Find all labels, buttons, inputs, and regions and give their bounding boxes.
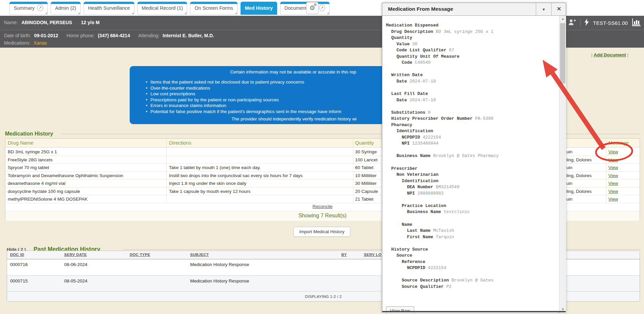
col-serv-date[interactable]: SERV DATE	[64, 253, 87, 257]
field-value: 2024-07-18	[407, 98, 436, 103]
cell-drug-name: FreeStyle 28G lancets	[8, 157, 53, 162]
tab-med-history[interactable]: Med History	[241, 2, 277, 15]
col-doc-type[interactable]: DOC TYPE	[130, 253, 150, 257]
col-quantity: Quantity	[355, 140, 374, 146]
view-message-link[interactable]: View	[608, 165, 618, 170]
field-value: 30	[410, 42, 417, 47]
tab-health-surveillance[interactable]: Health Surveillance	[84, 2, 134, 15]
chart-icon[interactable]	[632, 18, 641, 28]
tab-admin-2[interactable]: Admin (2)	[51, 2, 81, 15]
col-subject[interactable]: SUBJECT	[190, 253, 209, 257]
message-line: Substitutions 0	[386, 110, 499, 116]
view-message-link[interactable]: View	[608, 197, 618, 202]
field-label: NCPDPID	[386, 135, 420, 140]
field-label: Name	[386, 222, 412, 227]
pipe: |	[591, 52, 593, 57]
cell-by-fragment: ling, Dolores	[566, 189, 592, 194]
tab-label: Admin (2)	[55, 5, 76, 11]
med-history-title: Medication History	[5, 131, 53, 137]
cell-serv-date: 08-05-2024	[64, 278, 87, 283]
col-by[interactable]: BY	[341, 253, 347, 257]
col-doc-id[interactable]: DOC ID	[10, 253, 24, 257]
modal-close-button[interactable]: ✕	[551, 3, 566, 16]
close-icon: ✕	[557, 6, 561, 12]
field-label: Source Description	[386, 278, 449, 283]
field-label: Code	[386, 60, 412, 65]
field-value: BD 3mL syringe 25G x 1	[433, 29, 493, 34]
cell-quantity: 10 Milliliter	[355, 173, 377, 178]
cell-drug-name: methylPREDNISolone 4 MG DOSEPAK	[8, 197, 88, 202]
scroll-up-icon[interactable]: ▲	[559, 16, 566, 22]
modal-title: Medication From Message	[388, 6, 453, 12]
message-line: Name	[386, 222, 499, 228]
tab-medical-record-1[interactable]: Medical Record (1)	[137, 2, 187, 15]
message-line	[386, 271, 499, 278]
medication-from-message-modal: Medication From Message ▼ ✕ Medication D…	[382, 3, 566, 313]
view-message-link[interactable]: View	[608, 189, 618, 194]
lightning-icon[interactable]	[585, 18, 589, 27]
add-document-row: | Add Document |	[591, 52, 629, 57]
message-line: Quantity Unit Of Measure	[386, 54, 499, 60]
scrollbar-thumb[interactable]	[560, 23, 565, 84]
modal-scrollbar[interactable]: ▲ ▼	[559, 16, 566, 313]
modal-body: Medication Dispensed Drug Description BD…	[382, 16, 558, 313]
tab-on-screen-forms[interactable]: On Screen Forms	[190, 2, 237, 15]
view-message-link[interactable]: View	[608, 157, 618, 162]
notice-bullet: Errors in insurance claims information	[146, 103, 341, 108]
import-medical-history-button[interactable]: Import Medical History	[293, 227, 350, 237]
field-value: Tarquin	[433, 234, 454, 240]
cell-drug-name: BD 3mL syringe 25G x 1	[8, 149, 57, 154]
field-label: DEA Number	[386, 185, 433, 190]
cell-directions: Take 1 tablet by mouth 1 (one) time each…	[169, 165, 261, 170]
message-line: History Source	[386, 247, 499, 253]
reconcile-link[interactable]: Reconcile	[312, 204, 332, 209]
popout-icon[interactable]: ↗	[37, 5, 43, 11]
dob-value: 09-01-2012	[34, 33, 58, 38]
message-line	[386, 147, 499, 153]
cell-drug-name: Tobramycin and Dexamethasone Ophthalmic …	[8, 173, 123, 178]
popout-icon[interactable]: ↗	[319, 5, 325, 11]
settings-gear-button[interactable]: ⚙ ⚙	[306, 2, 318, 14]
add-user-icon[interactable]	[568, 19, 576, 27]
view-message-link[interactable]: View	[608, 149, 618, 154]
home-phone-value: (347) 684-4214	[98, 33, 130, 38]
tab-summary[interactable]: Summary↗	[9, 2, 48, 15]
message-line: Business Name Brooklyn @ Gates Pharmacy	[386, 153, 499, 159]
modal-collapse-button[interactable]: ▼	[536, 3, 551, 16]
tab-label: On Screen Forms	[195, 5, 233, 11]
field-value: Brooklyn @ Gates	[449, 278, 493, 283]
patient-age-sex: 12 y/o M	[81, 20, 99, 25]
message-line: NCPDPID 4222154	[386, 135, 499, 141]
cell-by-fragment: ling, Dolores	[566, 173, 592, 178]
tab-documents-4[interactable]: Documents (4)↗	[280, 2, 330, 15]
message-line: NPI 2888888882	[386, 191, 499, 197]
cell-quantity: 20 Capsule	[355, 189, 378, 194]
message-line	[386, 159, 499, 166]
field-label: Written Date	[386, 72, 423, 77]
modal-header[interactable]: Medication From Message ▼ ✕	[382, 3, 566, 16]
cell-serv-date: 08-06-2024	[64, 262, 87, 267]
message-line: Date 2024-07-18	[386, 78, 499, 85]
tab-label: Health Surveillance	[88, 5, 130, 11]
cell-subject: Medication History Response	[190, 262, 249, 267]
tabs: Summary↗Admin (2)Health SurveillanceMedi…	[9, 2, 330, 15]
col-message: Message	[608, 140, 629, 146]
message-line: First Name Tarquin	[386, 234, 499, 241]
dob-label: Date of birth:	[4, 33, 31, 38]
message-line: DEA Number BM3214549	[386, 184, 499, 191]
message-line: Written Date	[386, 72, 499, 78]
view-message-link[interactable]: View	[608, 181, 618, 186]
field-label: Code List Qualifier	[386, 48, 446, 53]
gear-small-icon: ⚙	[313, 3, 317, 7]
field-label: Value	[386, 42, 410, 47]
cell-quantity: 30 Syringe	[355, 149, 377, 154]
view-message-link[interactable]: View	[608, 173, 618, 178]
field-label: Date	[386, 98, 407, 103]
field-label: Reference	[386, 259, 425, 264]
col-directions: Directions	[169, 140, 191, 146]
message-line: Source Qualifier P2	[386, 284, 499, 290]
message-line: Pharmacy	[386, 122, 499, 128]
col-serv-lo[interactable]: SERV LO	[364, 253, 381, 257]
field-label: Non Veterinarian	[386, 172, 438, 177]
add-document-link[interactable]: Add Document	[594, 52, 626, 57]
